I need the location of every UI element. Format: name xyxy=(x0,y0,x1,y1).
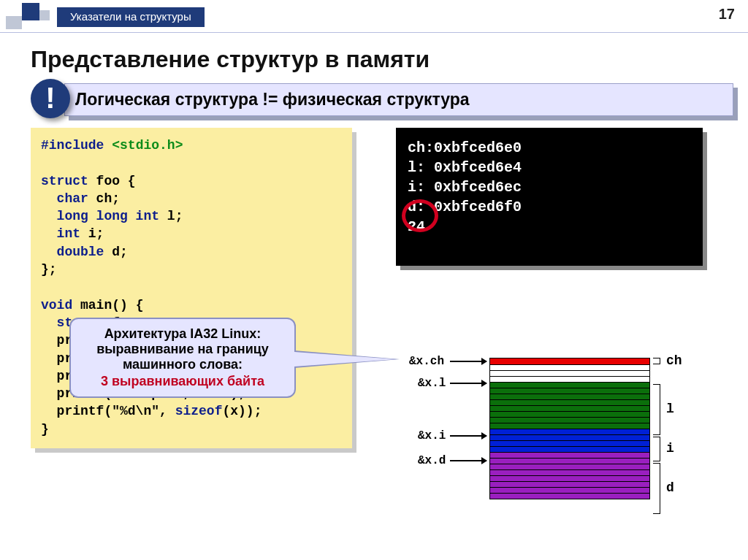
memory-stack xyxy=(489,358,650,499)
mem-cell-d xyxy=(490,475,649,481)
mem-cell-l xyxy=(490,405,649,411)
mem-cell-i xyxy=(490,440,649,446)
bubble-text-1: Архитектура IA32 Linux: выравнивание на … xyxy=(80,326,286,372)
code-token: int xyxy=(41,226,80,241)
code-token: char xyxy=(41,191,88,206)
terminal-line: d: 0xbfced6f0 xyxy=(408,197,691,217)
mem-cell-l xyxy=(490,388,649,394)
mem-cell-pad xyxy=(490,364,649,370)
highlight-circle xyxy=(402,199,438,232)
terminal-output: ch:0xbfced6e0 l: 0xbfced6e4 i: 0xbfced6e… xyxy=(396,128,703,266)
code-token: double xyxy=(41,245,104,259)
code-token: ch; xyxy=(88,191,120,206)
bracket-ch xyxy=(653,358,660,364)
bracket-i xyxy=(653,437,660,461)
mem-cell-ch xyxy=(490,358,649,364)
mem-cell-i xyxy=(490,434,649,440)
bracket-l xyxy=(653,384,660,435)
mem-cell-i xyxy=(490,446,649,452)
memory-diagram: &x.ch &x.l &x.i &x.d ch l i xyxy=(409,358,716,518)
mem-cell-d xyxy=(490,452,649,458)
mem-cell-l xyxy=(490,423,649,429)
code-token: <stdio.h> xyxy=(104,138,183,153)
mem-cell-d xyxy=(490,469,649,475)
mem-cell-l xyxy=(490,399,649,405)
top-bar: Указатели на структуры 17 xyxy=(0,0,748,29)
code-token: i; xyxy=(80,226,104,241)
bracket-d xyxy=(653,463,660,514)
code-token: struct xyxy=(41,174,88,188)
mem-cell-pad xyxy=(490,376,649,382)
arrow-i xyxy=(450,435,486,437)
terminal-line: ch:0xbfced6e0 xyxy=(408,138,691,158)
callout-text: Логическая структура != физическая струк… xyxy=(64,83,733,116)
page-number: 17 xyxy=(719,6,735,23)
ptr-label-l: &x.l xyxy=(418,377,446,390)
callout-row: ! Логическая структура != физическая стр… xyxy=(31,83,733,116)
code-token: long long int xyxy=(41,209,159,223)
arrow-ch xyxy=(450,361,486,362)
mem-cell-d xyxy=(490,464,649,469)
terminal-line: l: 0xbfced6e4 xyxy=(408,158,691,177)
mem-cell-l xyxy=(490,382,649,388)
terminal-line: i: 0xbfced6ec xyxy=(408,177,691,197)
mem-cell-l xyxy=(490,417,649,423)
code-token: } xyxy=(41,422,49,437)
code-token: foo { xyxy=(88,174,136,188)
mem-cell-d xyxy=(490,487,649,493)
mem-cell-i xyxy=(490,429,649,434)
speech-bubble: Архитектура IA32 Linux: выравнивание на … xyxy=(69,318,296,398)
top-divider xyxy=(0,32,748,33)
code-block: #include <stdio.h> struct foo { char ch;… xyxy=(31,128,352,448)
field-label-ch: ch xyxy=(666,353,682,368)
bubble-text-2: 3 выравнивающих байта xyxy=(80,374,286,389)
arrow-d xyxy=(450,460,486,461)
breadcrumb-tab: Указатели на структуры xyxy=(57,7,205,27)
code-token: main() { xyxy=(72,298,143,312)
mem-cell-l xyxy=(490,411,649,417)
page-title: Представление структур в памяти xyxy=(31,46,748,73)
corner-decoration xyxy=(6,3,57,29)
mem-cell-pad xyxy=(490,370,649,376)
code-token: (x)); xyxy=(222,404,262,418)
exclamation-icon: ! xyxy=(31,79,70,118)
code-token: sizeof xyxy=(175,404,223,418)
field-label-i: i xyxy=(666,441,674,456)
ptr-label-i: &x.i xyxy=(418,429,446,442)
code-token: void xyxy=(41,298,72,312)
ptr-label-d: &x.d xyxy=(418,454,446,467)
code-token: #include xyxy=(41,138,104,153)
ptr-label-ch: &x.ch xyxy=(409,355,444,368)
mem-cell-l xyxy=(490,394,649,399)
field-label-l: l xyxy=(666,402,674,416)
mem-cell-d xyxy=(490,481,649,487)
code-token: d; xyxy=(104,245,127,259)
code-token: }; xyxy=(41,262,57,277)
field-label-d: d xyxy=(666,480,674,495)
terminal-line: 24 xyxy=(408,217,691,237)
mem-cell-d xyxy=(490,493,649,499)
code-token: printf("%d\n", xyxy=(41,404,175,418)
code-token: l; xyxy=(159,209,183,223)
mem-cell-d xyxy=(490,458,649,464)
arrow-l xyxy=(450,383,486,384)
